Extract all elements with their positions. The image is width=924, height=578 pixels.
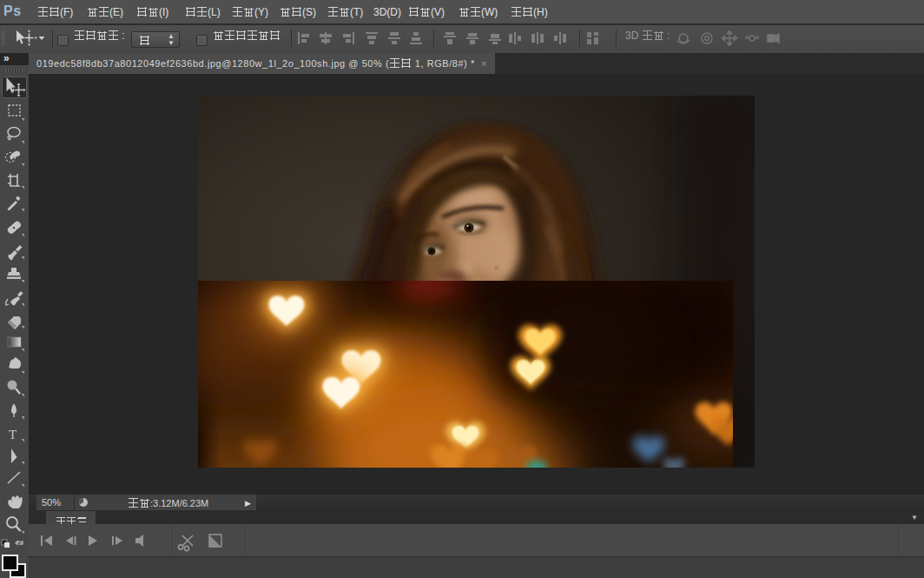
svg-text:T: T [9,428,16,442]
